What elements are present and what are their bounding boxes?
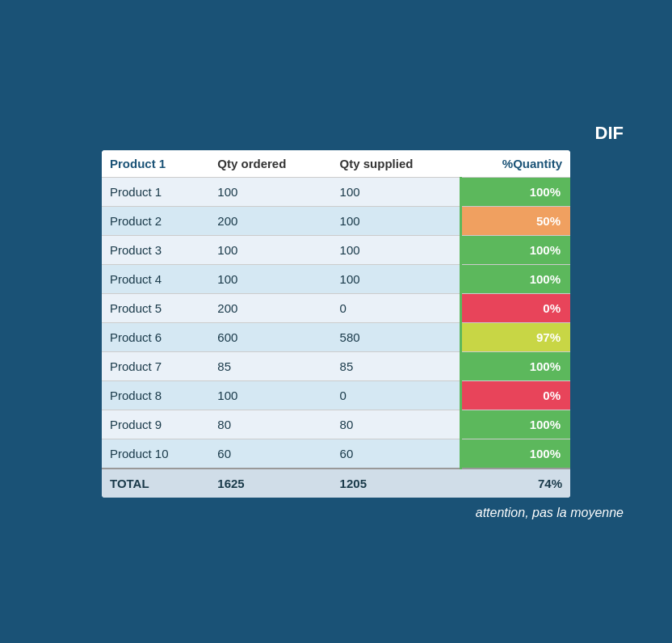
product-name-cell: Product 2 (102, 207, 209, 236)
product-name-cell: Product 5 (102, 294, 209, 323)
pct-cell: 50% (460, 207, 570, 236)
table-row: Product 220010050% (102, 207, 570, 236)
col-header-pct: %Quantity (460, 150, 570, 178)
note-text: attention, pas la moyenne (476, 506, 624, 519)
qty-ordered-cell: 100 (209, 265, 331, 294)
qty-supplied-cell: 100 (332, 207, 461, 236)
footer-qty-ordered: 1625 (209, 469, 331, 498)
qty-supplied-cell: 580 (332, 323, 461, 352)
footer-row: TOTAL 1625 1205 74% (102, 469, 570, 498)
qty-ordered-cell: 100 (209, 236, 331, 265)
product-name-cell: Product 3 (102, 236, 209, 265)
product-name-cell: Product 9 (102, 410, 209, 439)
product-name-cell: Product 4 (102, 265, 209, 294)
data-table: Product 1 Qty ordered Qty supplied %Quan… (102, 150, 570, 498)
pct-cell: 0% (460, 294, 570, 323)
table-footer: TOTAL 1625 1205 74% (102, 469, 570, 498)
qty-ordered-cell: 100 (209, 178, 331, 207)
pct-cell: 100% (460, 265, 570, 294)
product-name-cell: Product 1 (102, 178, 209, 207)
qty-ordered-cell: 600 (209, 323, 331, 352)
qty-supplied-cell: 85 (332, 352, 461, 381)
qty-ordered-cell: 85 (209, 352, 331, 381)
col-header-qty-ordered: Qty ordered (209, 150, 331, 178)
table-row: Product 78585100% (102, 352, 570, 381)
table-row: Product 106060100% (102, 439, 570, 469)
footer-qty-supplied: 1205 (332, 469, 461, 498)
table-row: Product 1100100100% (102, 178, 570, 207)
qty-ordered-cell: 200 (209, 294, 331, 323)
qty-ordered-cell: 80 (209, 410, 331, 439)
footer-pct: 74% (460, 469, 570, 498)
qty-ordered-cell: 60 (209, 439, 331, 469)
product-name-cell: Product 8 (102, 381, 209, 410)
pct-cell: 100% (460, 178, 570, 207)
table-row: Product 660058097% (102, 323, 570, 352)
report-title: DIF (595, 123, 624, 143)
qty-supplied-cell: 100 (332, 265, 461, 294)
table-row: Product 98080100% (102, 410, 570, 439)
title-row: DIF (16, 123, 656, 144)
table-row: Product 810000% (102, 381, 570, 410)
header-row: Product 1 Qty ordered Qty supplied %Quan… (102, 150, 570, 178)
table-row: Product 4100100100% (102, 265, 570, 294)
footer-label: TOTAL (102, 469, 209, 498)
table-row: Product 3100100100% (102, 236, 570, 265)
pct-cell: 100% (460, 236, 570, 265)
pct-cell: 100% (460, 410, 570, 439)
product-name-cell: Product 7 (102, 352, 209, 381)
table-wrapper: Product 1 Qty ordered Qty supplied %Quan… (102, 150, 570, 498)
qty-ordered-cell: 100 (209, 381, 331, 410)
qty-supplied-cell: 100 (332, 236, 461, 265)
col-header-product: Product 1 (102, 150, 209, 178)
pct-cell: 97% (460, 323, 570, 352)
qty-supplied-cell: 0 (332, 381, 461, 410)
table-row: Product 520000% (102, 294, 570, 323)
product-name-cell: Product 10 (102, 439, 209, 469)
table-body: Product 1100100100%Product 220010050%Pro… (102, 178, 570, 469)
qty-ordered-cell: 200 (209, 207, 331, 236)
pct-cell: 100% (460, 352, 570, 381)
product-name-cell: Product 6 (102, 323, 209, 352)
qty-supplied-cell: 60 (332, 439, 461, 469)
main-container: DIF Product 1 Qty ordered Qty supplied %… (0, 0, 672, 643)
qty-supplied-cell: 100 (332, 178, 461, 207)
col-header-qty-supplied: Qty supplied (332, 150, 461, 178)
pct-cell: 100% (460, 439, 570, 469)
pct-cell: 0% (460, 381, 570, 410)
qty-supplied-cell: 80 (332, 410, 461, 439)
qty-supplied-cell: 0 (332, 294, 461, 323)
note-row: attention, pas la moyenne (16, 506, 656, 520)
